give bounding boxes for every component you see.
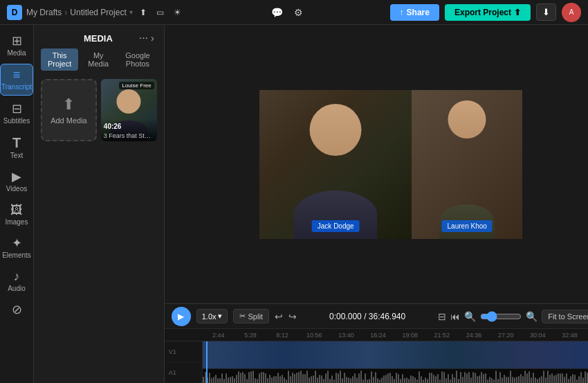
sidebar-item-images[interactable]: 🖼 Images	[0, 199, 33, 230]
media-grid: ⬆ Add Media 40:26 3 Fears that Stop ... …	[34, 76, 164, 383]
download-button[interactable]: ⬇	[536, 3, 556, 21]
main-layout: ⊞ Media ≡ Transcript ⊟ Subtitles T Text …	[0, 25, 588, 383]
undo-button[interactable]: ↩	[275, 311, 283, 322]
sidebar-label-subtitles: Subtitles	[3, 117, 30, 125]
sidebar-label-audio: Audio	[8, 285, 26, 292]
ruler-marks: 2:44 5:28 8:12 10:56 13:40 16:24 19:08 2…	[203, 332, 588, 339]
media-panel-header: MEDIA ··· ›	[34, 25, 164, 48]
media-icon: ⊞	[12, 35, 22, 47]
canvas-area: Jack Dodge Lauren Khoo ▶ 1.0x	[165, 25, 588, 383]
app-logo: D	[7, 5, 22, 20]
avatar: A	[562, 3, 581, 22]
audio-track-strip[interactable]	[203, 369, 588, 383]
tab-my-media[interactable]: My Media	[81, 48, 116, 71]
videos-icon: ▶	[12, 170, 21, 183]
breadcrumb-root[interactable]: My Drafts	[26, 8, 62, 17]
brightness-icon-btn[interactable]: ☀	[171, 5, 184, 20]
sidebar-item-layers[interactable]: ⊘	[0, 299, 33, 322]
share-button[interactable]: ↑ Share	[390, 4, 439, 21]
add-media-label: Add Media	[50, 116, 87, 125]
media-panel-title: MEDIA	[57, 33, 139, 44]
sidebar-label-text: Text	[10, 152, 23, 159]
top-bar-center: 💬 ⚙	[268, 4, 306, 21]
ruler-mark-11: 32:48	[553, 332, 585, 339]
sidebar-item-text[interactable]: T Text	[0, 132, 33, 163]
zoom-in-icon[interactable]: 🔍	[526, 311, 538, 322]
thumb-overlay-1: 40:26 3 Fears that Stop ...	[101, 118, 157, 141]
export-button[interactable]: Export Project ⬆	[445, 4, 531, 21]
sidebar-item-media[interactable]: ⊞ Media	[0, 30, 33, 61]
ruler-mark-9: 27:20	[490, 332, 522, 339]
thumb-title-1: 3 Fears that Stop ...	[104, 132, 154, 139]
ruler-mark-5: 16:24	[362, 332, 394, 339]
elements-icon: ✦	[12, 237, 22, 249]
add-media-button[interactable]: ⬆ Add Media	[41, 79, 97, 141]
zoom-slider[interactable]	[480, 311, 522, 322]
settings-icon-btn[interactable]: ⚙	[291, 4, 306, 21]
share-icon-btn[interactable]: ⬆	[137, 5, 149, 20]
left-speaker-label: Jack Dodge	[312, 220, 360, 232]
timeline-controls: ▶ 1.0x ▾ ✂ Split ↩ ↪ 0:00.000 / 36:46.94…	[165, 304, 588, 329]
ruler-mark-4: 13:40	[330, 332, 362, 339]
split-tracks-icon[interactable]: ⊟	[438, 311, 446, 322]
video-left: Jack Dodge	[259, 90, 412, 239]
thumb-face-1	[117, 89, 141, 114]
track-label-1: V1	[165, 341, 202, 362]
video-right: Lauren Khoo	[412, 90, 522, 239]
sidebar-item-videos[interactable]: ▶ Videos	[0, 166, 33, 197]
breadcrumb: My Drafts › Untitled Project ▾	[26, 8, 133, 17]
speed-button[interactable]: 1.0x ▾	[196, 309, 228, 323]
chat-icon-btn[interactable]: 💬	[268, 4, 286, 21]
playhead	[206, 341, 208, 383]
tab-this-project[interactable]: This Project	[41, 48, 78, 71]
sidebar-item-transcript[interactable]: ≡ Transcript	[0, 64, 33, 96]
video-track-strip[interactable]	[203, 341, 588, 369]
media-more-button[interactable]: ···	[139, 32, 148, 44]
thumb-duration-1: 40:26	[104, 123, 122, 130]
timeline-ruler: 2:44 5:28 8:12 10:56 13:40 16:24 19:08 2…	[165, 329, 588, 341]
images-icon: 🖼	[10, 204, 23, 216]
breadcrumb-project[interactable]: Untitled Project	[70, 8, 126, 17]
media-close-button[interactable]: ›	[151, 32, 154, 44]
ruler-mark-2: 8:12	[266, 332, 298, 339]
media-thumbnail-1[interactable]: 40:26 3 Fears that Stop ... Louise Free	[101, 79, 157, 141]
track-content	[203, 341, 588, 383]
ruler-mark-0: 2:44	[203, 332, 235, 339]
upload-icon: ⬆	[62, 96, 75, 114]
track-label-2: A1	[165, 362, 202, 383]
monitor-icon-btn[interactable]: ▭	[154, 5, 167, 20]
ruler-mark-10: 30:04	[522, 332, 553, 339]
top-bar-right: ↑ Share Export Project ⬆ ⬇ A	[390, 3, 581, 22]
top-bar-left: D My Drafts › Untitled Project ▾ ⬆ ▭ ☀	[7, 5, 184, 20]
timeline: ▶ 1.0x ▾ ✂ Split ↩ ↪ 0:00.000 / 36:46.94…	[165, 303, 588, 383]
sidebar-item-audio[interactable]: ♪ Audio	[0, 266, 33, 296]
sidebar-label-elements: Elements	[2, 251, 31, 259]
breadcrumb-sep: ›	[64, 8, 67, 17]
redo-button[interactable]: ↪	[288, 311, 297, 322]
skip-start-icon[interactable]: ⏮	[450, 311, 460, 322]
timeline-tracks: V1 A1	[165, 341, 588, 383]
zoom-out-icon[interactable]: 🔍	[464, 311, 476, 322]
ruler-mark-8: 24:36	[458, 332, 490, 339]
ruler-mark-3: 10:56	[298, 332, 330, 339]
subtitles-icon: ⊟	[12, 103, 22, 115]
tab-google-photos[interactable]: Google Photos	[118, 48, 156, 71]
sidebar-item-subtitles[interactable]: ⊟ Subtitles	[0, 98, 33, 129]
ruler-mark-6: 19:08	[394, 332, 426, 339]
share-icon: ↑	[400, 8, 404, 17]
scissors-icon: ✂	[239, 312, 246, 321]
left-sidebar: ⊞ Media ≡ Transcript ⊟ Subtitles T Text …	[0, 25, 34, 383]
export-icon: ⬆	[514, 8, 521, 17]
sidebar-label-transcript: Transcript	[1, 83, 32, 91]
sidebar-label-media: Media	[7, 49, 26, 57]
canvas-main: Jack Dodge Lauren Khoo	[165, 25, 588, 303]
media-tabs: This Project My Media Google Photos	[34, 48, 164, 76]
fit-to-screen-button[interactable]: Fit to Screen	[542, 310, 588, 323]
sidebar-item-elements[interactable]: ✦ Elements	[0, 233, 33, 263]
split-button[interactable]: ✂ Split	[233, 309, 269, 323]
ruler-mark-12: 35:32	[586, 332, 588, 339]
right-speaker-label: Lauren Khoo	[442, 220, 493, 232]
chevron-down-icon: ▾	[129, 8, 133, 16]
play-button[interactable]: ▶	[172, 307, 191, 326]
media-panel: MEDIA ··· › This Project My Media Google…	[34, 25, 165, 383]
